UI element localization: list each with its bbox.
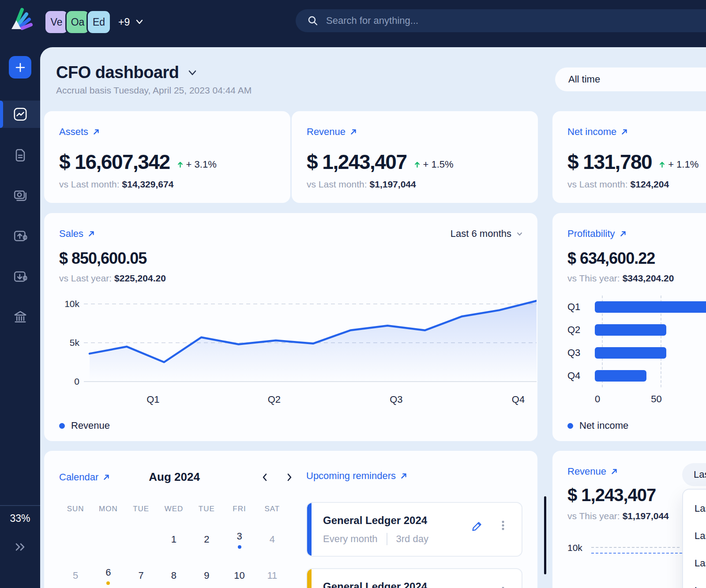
- calendar-day-header: SUN: [59, 505, 92, 513]
- kebab-menu-icon[interactable]: [497, 585, 509, 588]
- bar-row: Q3: [567, 341, 706, 364]
- calendar-link[interactable]: Calendar: [59, 472, 110, 483]
- net-income-compare: vs Last month:$124,204: [567, 179, 669, 190]
- calendar-day[interactable]: 1: [158, 521, 190, 558]
- edit-icon[interactable]: [471, 520, 484, 532]
- arrow-up-icon: [414, 161, 421, 168]
- calendar-day[interactable]: 9: [190, 558, 223, 588]
- arrow-ne-icon: [611, 468, 618, 475]
- arrow-ne-icon: [620, 230, 627, 237]
- page-subtitle: Accrual basis Tuesday, April 25, 2023 04…: [56, 85, 252, 96]
- bar-q4: [595, 370, 646, 382]
- sales-value: $ 850,600.05: [59, 249, 146, 268]
- bar-axis-ticks: 050: [595, 393, 683, 405]
- calendar-prev-button[interactable]: [261, 472, 268, 482]
- sidebar-divider: [0, 505, 40, 506]
- reminder-day: 3rd day: [396, 533, 428, 545]
- sidebar-item-income[interactable]: [0, 222, 40, 250]
- revenue-chart-value: $ 1,243,407: [567, 485, 656, 505]
- arrow-ne-icon: [621, 128, 628, 135]
- gridline-label: 10k: [567, 543, 582, 553]
- sales-range-selector[interactable]: Last 6 months: [451, 228, 522, 240]
- assets-value: $ 16,607,342: [59, 150, 170, 174]
- kebab-menu-icon[interactable]: [497, 519, 509, 532]
- sidebar-item-expenses[interactable]: [0, 263, 40, 290]
- sales-legend: Revenue: [59, 420, 110, 431]
- topbar: VeOaEd +9 Search for anything...: [0, 0, 706, 47]
- svg-text:5k: 5k: [70, 337, 80, 348]
- sales-card: Sales Last 6 months $ 850,600.05 vs Last…: [44, 213, 537, 441]
- svg-text:0: 0: [74, 376, 79, 386]
- range-dropdown-item[interactable]: Last: [683, 495, 706, 522]
- svg-text:Q1: Q1: [146, 394, 159, 405]
- profitability-legend: Net income: [567, 420, 628, 431]
- usage-percent: 33%: [0, 513, 40, 524]
- svg-text:Q2: Q2: [268, 394, 281, 405]
- range-dropdown-item[interactable]: Last: [683, 550, 706, 577]
- arrow-ne-icon: [400, 472, 407, 479]
- net-income-link[interactable]: Net income: [567, 126, 628, 138]
- reminders-scrollbar[interactable]: [544, 496, 546, 574]
- workspace-more-count[interactable]: +9: [118, 16, 130, 28]
- chevron-down-icon[interactable]: [136, 19, 143, 25]
- sidebar-item-documents[interactable]: [0, 142, 40, 169]
- add-button[interactable]: [9, 56, 31, 79]
- sales-link[interactable]: Sales: [59, 228, 95, 240]
- sales-line-chart: 10k5k0Q1Q2Q3Q4: [56, 287, 537, 415]
- bank-icon: [12, 309, 28, 325]
- bar-row: Q1: [567, 296, 706, 318]
- calendar-reminders-card: Calendar Aug 2024 SUNMONTUEWEDTUEFRISAT …: [44, 451, 537, 588]
- revenue-delta: + 1.5%: [414, 159, 454, 174]
- revenue-range-selector[interactable]: Last: [682, 463, 706, 486]
- calendar-day[interactable]: 11: [256, 558, 289, 588]
- calendar-day[interactable]: 6: [92, 558, 124, 588]
- main-content: CFO dashboard Accrual basis Tuesday, Apr…: [40, 47, 706, 588]
- edit-icon[interactable]: [471, 586, 484, 588]
- range-dropdown-item[interactable]: Last: [683, 577, 706, 588]
- workspace-switcher[interactable]: VeOaEd +9: [44, 10, 143, 34]
- revenue-link[interactable]: Revenue: [307, 126, 357, 138]
- reminder-frequency: Every month: [323, 533, 378, 545]
- search-bar[interactable]: Search for anything...: [296, 9, 706, 32]
- bar-row: Q2: [567, 318, 706, 341]
- sidebar-item-transactions[interactable]: [0, 182, 40, 209]
- calendar-day[interactable]: 8: [158, 558, 190, 588]
- net-income-card: Net income $ 131,780 + 1.1% vs Last mont…: [552, 111, 706, 203]
- calendar-next-button[interactable]: [286, 472, 293, 482]
- calendar-day[interactable]: 2: [190, 521, 223, 558]
- sales-compare: vs Last year:$225,204.20: [59, 273, 166, 284]
- bar-category-label: Q1: [567, 301, 595, 313]
- calendar-day[interactable]: 10: [223, 558, 255, 588]
- upcoming-reminders-link[interactable]: Upcoming reminders: [306, 470, 407, 482]
- dashboard-chevron-down-icon[interactable]: [188, 70, 197, 76]
- time-range-selector[interactable]: All time: [555, 67, 706, 91]
- calendar-day: [125, 521, 158, 558]
- calendar-day-headers: SUNMONTUEWEDTUEFRISAT: [59, 505, 289, 513]
- profitability-link[interactable]: Profitability: [567, 228, 627, 240]
- calendar-day[interactable]: 4: [256, 521, 289, 558]
- revenue-chart-link[interactable]: Revenue: [567, 466, 618, 477]
- sidebar-item-banking[interactable]: [0, 303, 40, 330]
- revenue-kpi-card: Revenue $ 1,243,407 + 1.5% vs Last month…: [292, 111, 538, 203]
- calendar-day[interactable]: 7: [125, 558, 158, 588]
- calendar-day[interactable]: 5: [59, 558, 92, 588]
- app-logo[interactable]: [9, 4, 34, 33]
- bar-q1: [595, 301, 706, 313]
- revenue-value: $ 1,243,407: [307, 150, 407, 174]
- arrow-up-icon: [659, 161, 665, 168]
- calendar-day-header: TUE: [125, 505, 158, 513]
- workspace-avatar-ed[interactable]: Ed: [86, 10, 111, 34]
- svg-text:10k: 10k: [64, 299, 79, 309]
- range-dropdown-item[interactable]: Last: [683, 522, 706, 550]
- assets-link[interactable]: Assets: [59, 126, 100, 138]
- calendar-day[interactable]: 3: [223, 521, 255, 558]
- expand-sidebar-button[interactable]: [0, 541, 40, 553]
- sidebar-item-dashboard[interactable]: [0, 101, 40, 128]
- legend-dot: [567, 423, 573, 429]
- profitability-card: Profitability $ 634,600.22 vs This year:…: [552, 213, 706, 441]
- calendar-event-dot: [106, 581, 110, 585]
- arrow-ne-icon: [88, 230, 95, 237]
- bar-q2: [595, 324, 666, 336]
- gridline-dashed: [591, 547, 680, 548]
- calendar-day-header: WED: [158, 505, 190, 513]
